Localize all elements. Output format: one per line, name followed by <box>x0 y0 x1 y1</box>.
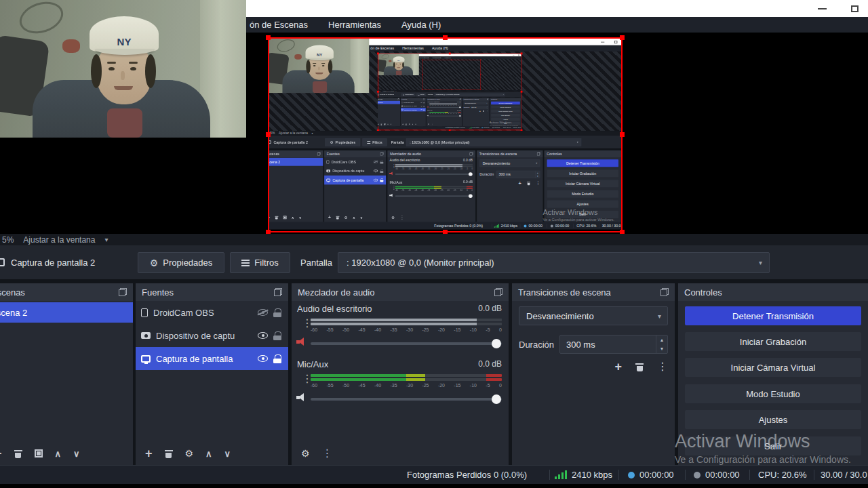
mute-button[interactable] <box>296 393 307 402</box>
move-scene-up-button[interactable]: ∧ <box>55 449 62 459</box>
start-recording-button[interactable]: Iniciar Grabación <box>685 332 861 351</box>
volume-knob[interactable] <box>492 394 501 404</box>
captured-meter-tick: -40 <box>421 190 424 192</box>
resize-handle[interactable] <box>443 35 448 40</box>
move-source-up-button[interactable]: ∧ <box>205 449 212 459</box>
chevron-down-icon[interactable]: ▾ <box>104 236 108 243</box>
captured-cpu-text: CPU: 20.6% <box>576 224 596 228</box>
selected-source-outline[interactable]: ón de Escenas Herramientas Ayuda (H) ón … <box>268 37 623 232</box>
resize-handle[interactable] <box>620 35 625 40</box>
captured-volume-slider <box>395 195 473 199</box>
filters-button[interactable]: Filtros <box>230 252 290 273</box>
remove-transition-button[interactable] <box>635 362 644 371</box>
captured-captured-meter-scale: -60-55-50-45-40-35-30-25-20-15-10-50 <box>429 113 460 114</box>
meter-tick: -55 <box>326 327 333 332</box>
meter-tick: -35 <box>390 327 397 332</box>
captured-captured-source-item-label: DroidCam OBS <box>403 102 420 103</box>
scene-item-selected[interactable]: Escena 2 <box>0 302 133 323</box>
meter-scale: -60-55-50-45-40-35-30-25-20-15-10-50 <box>311 327 502 332</box>
captured-zoom-level-label: 5% <box>270 131 275 136</box>
transition-menu-dots-icon[interactable]: ⋮ <box>657 361 668 372</box>
menu-item-help[interactable]: Ayuda (H) <box>401 20 441 30</box>
captured-meter-tick: -30 <box>434 190 437 192</box>
chevron-down-icon: ▾ <box>658 312 661 320</box>
lock-icon[interactable] <box>273 308 281 317</box>
captured-meter-tick: -45 <box>414 190 417 192</box>
duration-spinbox[interactable]: 300 ms ▴ ▾ <box>559 335 668 354</box>
captured-scenes-dock-header: Escenas <box>269 150 323 157</box>
menu-item-scene-collection[interactable]: ón de Escenas <box>250 20 308 30</box>
source-properties-gear-icon[interactable]: ⚙ <box>185 449 194 458</box>
visibility-on-icon[interactable] <box>258 355 268 362</box>
popout-icon[interactable] <box>119 288 127 296</box>
fps-status: 30.00 / 30.0 <box>821 466 867 484</box>
start-virtual-camera-button[interactable]: Iniciar Cámara Virtual <box>685 358 861 377</box>
visibility-on-icon[interactable] <box>258 332 268 339</box>
resize-handle[interactable] <box>620 132 625 137</box>
popout-icon[interactable] <box>494 288 502 296</box>
restore-icon[interactable] <box>851 5 859 12</box>
spin-down-icon[interactable]: ▾ <box>656 344 667 353</box>
move-source-down-button[interactable]: ∨ <box>224 449 231 459</box>
add-transition-button[interactable]: + <box>614 361 622 373</box>
volume-knob[interactable] <box>492 339 501 348</box>
exit-button[interactable]: Salir <box>685 436 861 455</box>
bitrate-status: 2410 kbps <box>555 466 612 484</box>
captured-captured-studio-mode-button: Modo Estudio <box>491 114 520 117</box>
captured-captured-chevron-down-icon: ▾ <box>503 94 504 96</box>
lock-icon[interactable] <box>273 354 281 363</box>
scene-filters-icon[interactable] <box>35 449 43 458</box>
volume-slider[interactable] <box>311 394 502 404</box>
properties-button-label: Propiedades <box>163 258 212 268</box>
add-scene-button[interactable]: + <box>0 447 2 460</box>
source-item-screen-capture[interactable]: Captura de pantalla <box>136 347 288 370</box>
captured-exit-button: Salir <box>547 211 618 218</box>
duration-label: Duración <box>519 335 554 354</box>
studio-mode-button[interactable]: Modo Estudio <box>685 384 861 403</box>
minimize-icon[interactable] <box>818 8 827 9</box>
remove-scene-button[interactable] <box>14 449 22 458</box>
stop-streaming-button[interactable]: Detener Transmisión <box>685 306 861 325</box>
spin-up-icon[interactable]: ▴ <box>656 336 667 344</box>
remove-source-button[interactable] <box>165 449 173 458</box>
captured-captured-move-source-down-button: ∨ <box>415 123 416 125</box>
move-scene-down-button[interactable]: ∨ <box>73 449 80 459</box>
display-select[interactable]: : 1920x1080 @ 0,0 (Monitor principal) ▾ <box>338 252 770 273</box>
captured-audio-mixer-dock: Mezclador de audio Audio del escritorio … <box>387 150 475 222</box>
captured-add-scene-button: + <box>269 215 270 220</box>
captured-captured-meter-tick: -20 <box>450 113 452 114</box>
transition-select[interactable]: Desvanecimiento ▾ <box>519 306 668 325</box>
captured-captured-lock-icon <box>423 109 425 110</box>
menu-item-tools[interactable]: Herramientas <box>328 20 381 30</box>
captured-chevron-down-icon: ▾ <box>312 131 313 134</box>
resize-handle[interactable] <box>266 132 271 137</box>
captured-captured-lock-icon <box>423 102 425 103</box>
advanced-audio-gear-icon[interactable]: ⚙ <box>301 449 310 458</box>
captured-captured-bitrate-text: 2410 kbps <box>473 127 479 128</box>
captured-captured-sources-dock: Fuentes DroidCam OBS Dispositivo de capt… <box>401 98 426 127</box>
visibility-off-icon[interactable] <box>258 309 268 316</box>
popout-icon[interactable] <box>660 288 669 296</box>
meter-tick: -60 <box>311 327 317 332</box>
captured-captured-webcam-tint <box>378 54 419 75</box>
add-source-button[interactable]: + <box>145 447 153 460</box>
lock-icon[interactable] <box>273 331 281 340</box>
fit-to-window-label[interactable]: Ajustar a la ventana <box>23 235 95 245</box>
mute-button[interactable] <box>296 338 307 346</box>
captured-captured-lock-icon <box>423 105 425 106</box>
popout-icon[interactable] <box>274 288 282 296</box>
meter-tick: -5 <box>486 327 490 332</box>
captured-meter-tick: 0 <box>471 190 473 192</box>
source-item-capture-device[interactable]: Dispositivo de captu <box>136 324 288 347</box>
properties-button[interactable]: ⚙ Propiedades <box>138 252 224 273</box>
mixer-menu-dots-icon[interactable]: ⋮ <box>322 448 333 459</box>
resize-handle[interactable] <box>266 35 271 40</box>
fps-text: 30.00 / 30.0 <box>821 470 867 480</box>
captured-source-item-label: Captura de pantalla <box>332 178 372 182</box>
captured-captured-meter-tick: -35 <box>443 113 444 114</box>
volume-slider[interactable] <box>311 339 502 348</box>
source-item-droidcam[interactable]: DroidCam OBS <box>136 301 288 324</box>
captured-captured-display-select-value: : 1920x1080 @ 0,0 (Monitor principal) <box>435 94 460 96</box>
captured-captured-stop-streaming-button: Detener Transmisión <box>491 102 520 104</box>
settings-button[interactable]: Ajustes <box>685 410 861 429</box>
